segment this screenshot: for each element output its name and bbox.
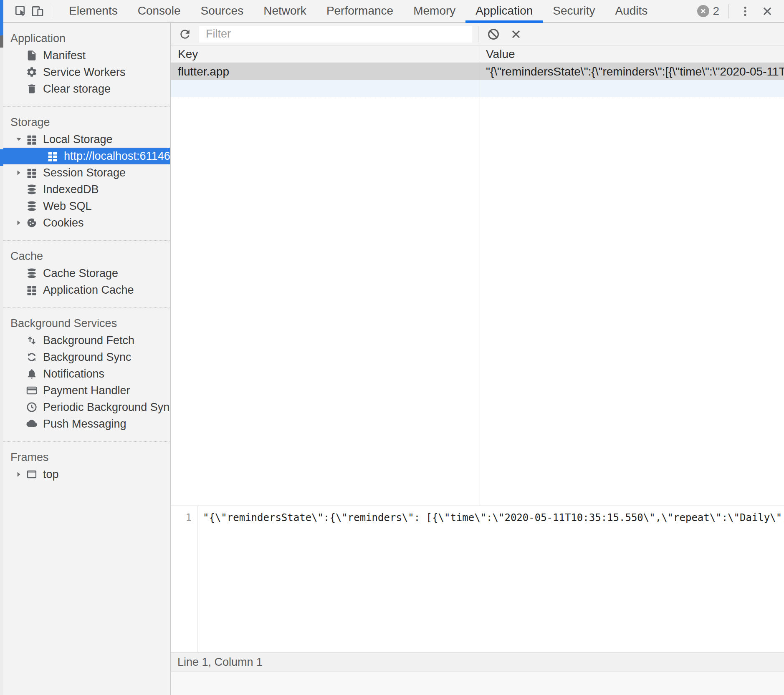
local-storage-panel: Key Value flutter.app "{\"remindersState… [170, 23, 784, 695]
page-edge-blue [0, 0, 3, 33]
column-header-key[interactable]: Key [171, 46, 480, 63]
sidebar-item-label: Web SQL [43, 200, 92, 213]
tab-memory[interactable]: Memory [403, 0, 465, 22]
clear-icon[interactable] [508, 26, 524, 43]
sidebar-item-label: Session Storage [43, 166, 126, 179]
bottom-filler [171, 672, 784, 695]
device-toolbar-icon[interactable] [29, 3, 46, 20]
sidebar-item-localhost-61146[interactable]: http://localhost:61146 [3, 148, 170, 164]
sidebar-item-application-cache[interactable]: Application Cache [3, 282, 170, 298]
sidebar-item-label: Cookies [43, 217, 84, 229]
sidebar-item-label: top [43, 468, 59, 481]
error-badge-icon [697, 5, 709, 17]
section-title: Background Services [3, 315, 170, 332]
sidebar-item-label: Cache Storage [43, 267, 118, 280]
sidebar-item-service-workers[interactable]: Service Workers [3, 64, 170, 81]
chevron-right-icon[interactable] [15, 219, 23, 227]
chevron-right-icon[interactable] [15, 169, 23, 176]
sidebar-item-label: Service Workers [43, 66, 126, 79]
section-title: Application [3, 30, 170, 47]
tabbar-divider [728, 4, 729, 18]
sidebar-item-payment-handler[interactable]: Payment Handler [3, 382, 170, 399]
section-title: Frames [3, 448, 170, 466]
tabbar-divider [52, 5, 52, 18]
page-edge-shape [0, 33, 3, 48]
devtools-window: Elements Console Sources Network Perform… [0, 0, 784, 695]
key-cell[interactable]: flutter.app [171, 63, 480, 80]
sidebar-item-session-storage[interactable]: Session Storage [3, 164, 170, 181]
refresh-icon[interactable] [177, 26, 193, 43]
sidebar-item-label: http://localhost:61146 [64, 150, 170, 163]
sidebar-item-periodic-background-sync[interactable]: Periodic Background Sync [3, 399, 170, 415]
sidebar-item-notifications[interactable]: Notifications [3, 365, 170, 382]
sidebar-item-label: Notifications [43, 368, 104, 380]
value-cell[interactable]: "{\"remindersState\":{\"reminders\":[{\"… [480, 63, 784, 80]
kebab-menu-icon[interactable] [738, 3, 752, 20]
frame-icon [26, 468, 38, 480]
page-edge-strip [0, 0, 3, 695]
sidebar-item-label: Push Messaging [43, 418, 126, 431]
sidebar-item-push-messaging[interactable]: Push Messaging [3, 415, 170, 432]
sidebar-item-label: Local Storage [43, 133, 113, 146]
sidebar-item-indexeddb[interactable]: IndexedDB [3, 181, 170, 198]
column-divider[interactable] [480, 46, 480, 506]
tab-performance[interactable]: Performance [316, 0, 403, 22]
tab-label: Application [475, 4, 533, 17]
table-grid-icon [26, 133, 38, 145]
clock-icon [26, 401, 38, 413]
tab-elements[interactable]: Elements [59, 0, 128, 22]
block-icon[interactable] [485, 26, 502, 43]
tab-audits[interactable]: Audits [605, 0, 658, 22]
sidebar-item-top-frame[interactable]: top [3, 466, 170, 483]
storage-table-header: Key Value [171, 46, 784, 63]
value-preview-code[interactable]: "{\"remindersState\":{\"reminders\": [{\… [197, 506, 784, 652]
sync-icon [26, 351, 38, 363]
section-title: Storage [3, 113, 170, 131]
sidebar-item-web-sql[interactable]: Web SQL [3, 198, 170, 214]
section-background-services: Background Services Background Fetch Bac… [3, 308, 170, 442]
inspect-cursor-icon[interactable] [13, 3, 29, 20]
gear-icon [26, 66, 38, 78]
empty-row[interactable] [171, 80, 784, 97]
card-icon [26, 385, 38, 396]
sidebar-item-manifest[interactable]: Manifest [3, 47, 170, 64]
table-row[interactable]: flutter.app "{\"remindersState\":{\"remi… [171, 63, 784, 80]
chevron-right-icon[interactable] [15, 471, 23, 478]
section-cache: Cache Cache Storage Application Cache [3, 241, 170, 308]
close-devtools-button[interactable] [758, 3, 776, 20]
section-storage: Storage Local Storage http://localhost:6… [3, 107, 170, 241]
tab-label: Network [263, 4, 306, 17]
database-icon [26, 184, 38, 195]
sidebar-item-cookies[interactable]: Cookies [3, 214, 170, 231]
section-application: Application Manifest Service Workers Cle… [3, 23, 170, 107]
value-preview-pane: 1 "{\"remindersState\":{\"reminders\": [… [171, 506, 784, 652]
sidebar-item-label: Periodic Background Sync [43, 401, 170, 414]
chevron-down-icon[interactable] [15, 136, 23, 143]
tab-network[interactable]: Network [253, 0, 316, 22]
storage-toolbar [171, 23, 784, 45]
tab-console[interactable]: Console [128, 0, 191, 22]
filter-input[interactable] [199, 26, 472, 43]
database-icon [26, 200, 38, 212]
column-header-value[interactable]: Value [480, 46, 784, 63]
tab-label: Elements [69, 4, 118, 17]
error-count-badge[interactable]: 2 [697, 5, 719, 18]
database-icon [26, 267, 38, 279]
sidebar-item-background-sync[interactable]: Background Sync [3, 349, 170, 365]
sidebar-item-background-fetch[interactable]: Background Fetch [3, 332, 170, 349]
file-icon [26, 50, 38, 61]
tab-label: Security [553, 4, 595, 17]
sidebar-item-label: IndexedDB [43, 183, 99, 196]
trash-icon [26, 83, 38, 95]
tab-label: Console [138, 4, 181, 17]
sidebar-item-clear-storage[interactable]: Clear storage [3, 81, 170, 97]
tab-strip: Elements Console Sources Network Perform… [59, 0, 658, 22]
sidebar-item-cache-storage[interactable]: Cache Storage [3, 265, 170, 282]
tab-application[interactable]: Application [465, 0, 543, 22]
application-sidebar: Application Manifest Service Workers Cle… [3, 23, 170, 695]
fetch-arrows-icon [26, 335, 38, 346]
tab-sources[interactable]: Sources [190, 0, 253, 22]
sidebar-item-local-storage[interactable]: Local Storage [3, 131, 170, 148]
line-number: 1 [186, 512, 192, 524]
tab-security[interactable]: Security [543, 0, 605, 22]
